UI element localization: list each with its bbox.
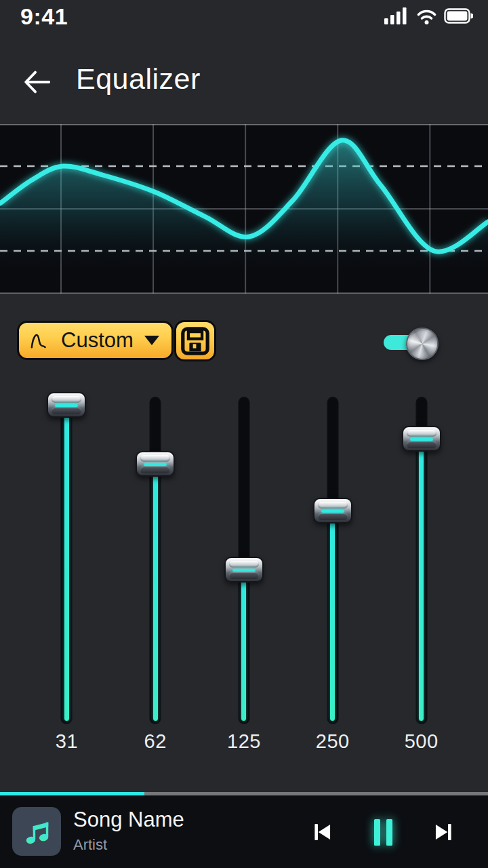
handle-groove-top [140,455,170,462]
handle-groove-top [318,502,348,509]
eq-band-track[interactable] [327,397,338,724]
back-button[interactable] [19,65,54,100]
save-preset-button[interactable] [174,320,216,361]
album-art [12,807,61,856]
eq-band-31: 31 [22,392,111,753]
status-bar: 9:41 [0,0,488,35]
eq-band-500: 500 [377,392,466,753]
chevron-down-icon [144,336,159,345]
handle-groove-bottom [229,572,259,579]
eq-band-active-fill [330,511,335,721]
toggle-knob[interactable] [406,328,439,360]
eq-band-active-fill [153,464,158,721]
eq-band-track[interactable] [150,397,161,724]
preset-dropdown-button[interactable]: Custom [17,321,174,360]
equalizer-screen: 9:41 Equali [0,0,488,868]
page-title: Equalizer [76,62,201,96]
header: Equalizer [0,62,488,103]
band-frequency-label: 125 [200,730,289,753]
curve-icon [30,328,53,353]
eq-band-250: 250 [288,392,377,753]
arrow-left-icon [21,66,52,98]
song-artist: Artist [73,836,107,854]
music-note-icon [21,816,52,847]
eq-band-handle[interactable] [136,451,175,477]
handle-groove-bottom [140,467,170,473]
player-controls [306,816,460,848]
mini-player: Song Name Artist [0,795,488,868]
skip-next-icon [432,821,455,844]
band-frequency-label: 500 [377,730,466,753]
band-frequency-label: 31 [22,730,111,753]
eq-band-handle[interactable] [313,498,352,524]
eq-band-active-fill [64,405,69,721]
handle-groove-top [407,430,436,437]
signal-icon [384,7,409,25]
song-title: Song Name [73,808,184,832]
eq-enable-toggle[interactable] [381,327,438,358]
status-icons [384,7,473,25]
pause-button[interactable] [367,816,399,848]
wifi-icon [417,7,436,25]
handle-indicator-line [410,438,433,441]
eq-band-handle[interactable] [224,557,264,583]
handle-groove-top [229,561,259,568]
preset-row: Custom [0,320,488,362]
eq-band-62: 62 [111,392,200,753]
handle-indicator-line [321,510,344,513]
preset-label: Custom [61,328,134,353]
handle-indicator-line [55,404,78,407]
handle-groove-top [52,396,81,403]
handle-indicator-line [232,569,256,572]
skip-previous-icon [310,821,333,844]
handle-groove-bottom [52,408,81,414]
eq-response-chart [0,124,488,294]
pause-icon [374,819,392,846]
handle-indicator-line [144,463,167,466]
eq-band-handle[interactable] [47,392,86,418]
band-frequency-label: 250 [288,730,377,753]
previous-button[interactable] [306,816,338,848]
status-time: 9:41 [20,3,68,30]
eq-bands: 31 62 125 [22,392,466,753]
eq-band-handle[interactable] [402,426,441,452]
eq-band-active-fill [241,570,246,721]
handle-groove-bottom [407,441,436,448]
handle-groove-bottom [318,513,348,520]
floppy-disk-icon [180,326,211,357]
next-button[interactable] [428,816,460,848]
battery-icon [444,8,473,24]
eq-band-track[interactable] [61,397,73,724]
band-frequency-label: 62 [111,730,200,753]
eq-band-active-fill [419,439,424,721]
eq-band-125: 125 [200,392,289,753]
